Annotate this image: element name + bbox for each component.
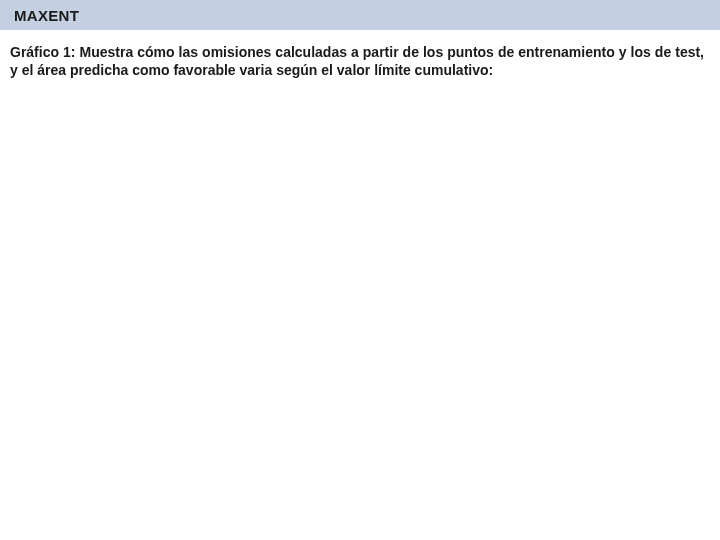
slide: MAXENT Gráfico 1: Muestra cómo las omisi… <box>0 0 720 540</box>
header-bar: MAXENT <box>0 0 720 30</box>
body-paragraph: Gráfico 1: Muestra cómo las omisiones ca… <box>0 30 720 79</box>
header-title: MAXENT <box>14 7 79 24</box>
